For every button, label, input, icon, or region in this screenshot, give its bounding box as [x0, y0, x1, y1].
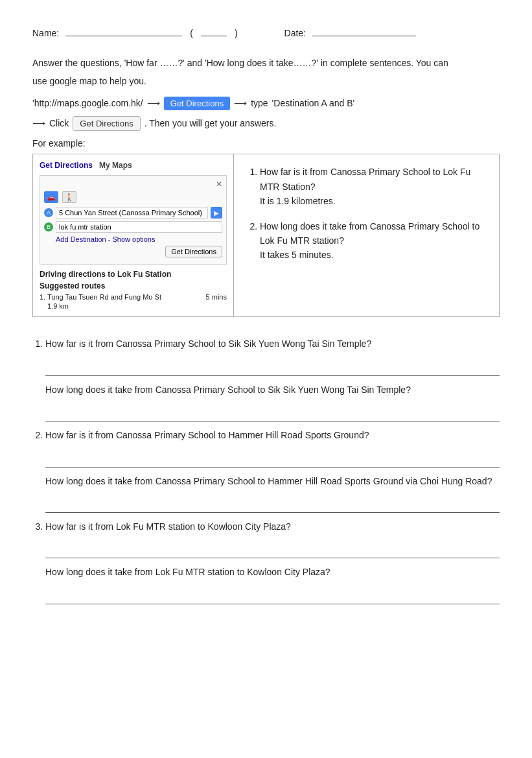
answers-list: How far is it from Canossa Primary Schoo…	[247, 165, 486, 262]
question-2-how-long: How long does it take from Canossa Prima…	[45, 474, 500, 488]
get-directions-link[interactable]: Get Directions	[40, 161, 93, 170]
origin-input[interactable]	[56, 207, 208, 219]
add-destination-link[interactable]: Add Destination - Show options	[56, 235, 222, 243]
map-ui-topbar: ✕	[44, 180, 222, 189]
date-label: Date:	[284, 28, 306, 38]
get-directions-small-btn[interactable]: Get Directions	[165, 246, 222, 257]
answer-item-1: How far is it from Canossa Primary Schoo…	[260, 165, 486, 208]
question-block-3: How far is it from Lok Fu MTR station to…	[45, 519, 500, 604]
route-time: 5 mins	[206, 293, 227, 301]
answer-line-3a	[45, 544, 500, 558]
map-panel: Get Directions My Maps ✕ 🚗 🚶 A ▶ B Add D…	[33, 154, 234, 316]
driving-directions-title: Driving directions to Lok Fu Station	[40, 270, 227, 279]
input-row-b: B	[44, 221, 222, 233]
click-text: Click	[49, 115, 69, 132]
answer-line-2a	[45, 453, 500, 468]
url-text: 'http://maps.google.com.hk/	[32, 95, 143, 112]
my-maps-link[interactable]: My Maps	[99, 161, 132, 170]
answer-item-2: How long does it take from Canossa Prima…	[260, 219, 486, 263]
transport-icons: 🚗 🚶	[44, 191, 222, 203]
answer-line-1a	[45, 362, 500, 376]
map-panel-header: Get Directions My Maps	[40, 161, 227, 170]
answers-panel: How far is it from Canossa Primary Schoo…	[234, 154, 499, 316]
instructions-text: Answer the questions, 'How far ……?' and …	[32, 54, 500, 90]
dest-icon: B	[44, 222, 53, 231]
answer-question-2: How long does it take from Canossa Prima…	[260, 221, 480, 246]
question-2-how-far: How far is it from Canossa Primary Schoo…	[45, 428, 500, 442]
suffix-text: . Then you will get your answers.	[145, 115, 277, 132]
destination-text: 'Destination A and B'	[272, 95, 355, 112]
map-ui: ✕ 🚗 🚶 A ▶ B Add Destination - Show optio…	[40, 175, 227, 265]
steps-row-2: ⟶ Click Get Directions . Then you will g…	[32, 115, 500, 132]
answer-line-2b	[45, 499, 500, 513]
paren-open: (	[190, 28, 193, 38]
date-underline	[312, 26, 416, 36]
origin-clear-btn[interactable]: ▶	[211, 207, 222, 219]
name-label: Name:	[32, 28, 59, 38]
question-3-how-long: How long does it take from Lok Fu MTR st…	[45, 565, 500, 579]
for-example-label: For example:	[32, 138, 500, 148]
car-icon[interactable]: 🚗	[44, 191, 58, 203]
questions-list: How far is it from Canossa Primary Schoo…	[32, 337, 500, 604]
arrow-icon-1: ⟶	[147, 95, 160, 112]
class-underline	[201, 26, 227, 36]
answer-text-1: It is 1.9 kilometres.	[260, 196, 336, 206]
answer-line-3b	[45, 590, 500, 604]
question-3-how-far: How far is it from Lok Fu MTR station to…	[45, 519, 500, 534]
route-name: 1. Tung Tau Tsuen Rd and Fung Mo St	[40, 293, 161, 301]
arrow-icon-3: ⟶	[32, 115, 45, 132]
answer-text-2: It takes 5 minutes.	[260, 250, 334, 260]
route-item: 1. Tung Tau Tsuen Rd and Fung Mo St 5 mi…	[40, 293, 227, 301]
question-1-how-long: How long does it take from Canossa Prima…	[45, 383, 500, 397]
suggested-routes-label: Suggested routes	[40, 281, 227, 290]
origin-icon: A	[44, 208, 53, 217]
walk-icon[interactable]: 🚶	[62, 191, 76, 203]
question-block-2: How far is it from Canossa Primary Schoo…	[45, 428, 500, 513]
get-directions-button-blue[interactable]: Get Directions	[164, 97, 230, 110]
example-box: Get Directions My Maps ✕ 🚗 🚶 A ▶ B Add D…	[32, 154, 500, 317]
answer-question-1: How far is it from Canossa Primary Schoo…	[260, 167, 470, 191]
answer-line-1b	[45, 407, 500, 421]
route-dist: 1.9 km	[47, 302, 227, 310]
name-underline	[65, 26, 182, 36]
question-block-1: How far is it from Canossa Primary Schoo…	[45, 337, 500, 421]
get-directions-button-outline[interactable]: Get Directions	[73, 116, 140, 131]
arrow-icon-2: ⟶	[234, 95, 247, 112]
dest-input[interactable]	[56, 221, 222, 233]
input-row-a: A ▶	[44, 207, 222, 219]
get-directions-row: Get Directions	[44, 246, 222, 257]
close-btn[interactable]: ✕	[216, 180, 222, 189]
paren-close: )	[235, 28, 238, 38]
questions-section: How far is it from Canossa Primary Schoo…	[32, 337, 500, 604]
header: Name: ( ) Date:	[32, 26, 500, 38]
steps-row: 'http://maps.google.com.hk/ ⟶ Get Direct…	[32, 95, 500, 112]
type-text: type	[251, 95, 268, 112]
question-1-how-far: How far is it from Canossa Primary Schoo…	[45, 337, 500, 351]
